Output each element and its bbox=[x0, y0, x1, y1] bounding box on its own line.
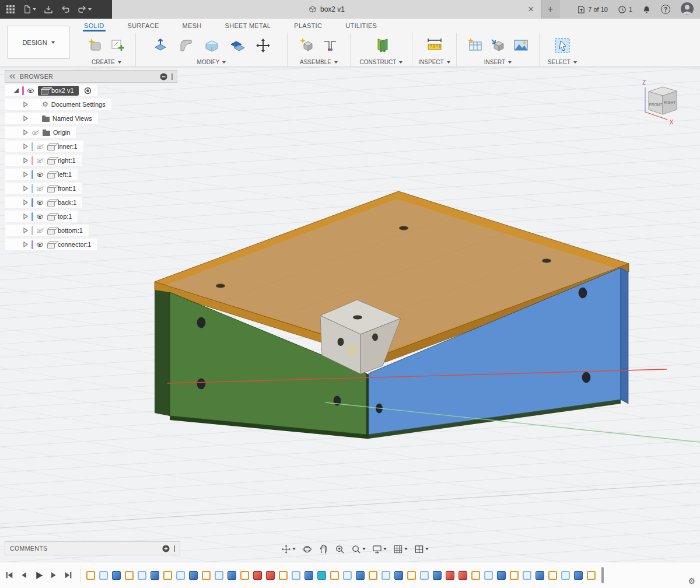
inspect-menu[interactable]: INSPECT bbox=[415, 58, 454, 65]
settings-gear-icon[interactable]: ⚙ bbox=[688, 576, 695, 586]
timeline-feature-sketch-icon[interactable] bbox=[369, 571, 377, 580]
timeline-feature-extrude-icon[interactable] bbox=[497, 571, 506, 580]
collapse-arrow-icon[interactable] bbox=[23, 200, 29, 205]
collapse-arrow-icon[interactable] bbox=[23, 172, 29, 177]
timeline-feature-extrude-icon[interactable] bbox=[304, 571, 313, 580]
document-tab[interactable]: box2 v1 × bbox=[112, 0, 542, 19]
tab-mesh[interactable]: MESH bbox=[181, 22, 203, 32]
model-left-panel-end[interactable] bbox=[155, 290, 170, 416]
create-sketch-icon[interactable] bbox=[109, 37, 127, 54]
comments-panel[interactable]: COMMENTS bbox=[5, 541, 180, 555]
timeline-feature-sketch-icon[interactable] bbox=[587, 571, 596, 580]
timeline-feature-component-icon[interactable] bbox=[266, 571, 275, 580]
timeline-feature-extrude-icon[interactable] bbox=[536, 571, 544, 580]
press-pull-icon[interactable] bbox=[152, 37, 169, 54]
timeline-feature-plane-icon[interactable] bbox=[561, 571, 570, 580]
timeline-feature-mesh-icon[interactable] bbox=[317, 571, 326, 580]
viewcube[interactable]: Z X FRONT RIGHT bbox=[631, 75, 695, 133]
browser-row-origin[interactable]: Origin bbox=[5, 126, 76, 139]
eye-hidden-icon[interactable] bbox=[36, 142, 44, 150]
modify-menu[interactable]: MODIFY bbox=[138, 58, 285, 65]
root-component-chip[interactable]: box2 v1 bbox=[38, 86, 79, 96]
bell-icon[interactable] bbox=[642, 5, 651, 14]
browser-row-front[interactable]: front:1 bbox=[5, 182, 82, 195]
eye-icon[interactable] bbox=[36, 170, 44, 178]
notifications[interactable]: 1 bbox=[618, 5, 632, 14]
close-tab-icon[interactable]: × bbox=[527, 4, 534, 13]
zoom-fit-tool[interactable] bbox=[335, 544, 345, 554]
fillet-icon[interactable] bbox=[177, 37, 195, 54]
save-button[interactable] bbox=[44, 5, 53, 14]
timeline-feature-sketch-icon[interactable] bbox=[202, 571, 211, 580]
design-workspace-menu[interactable]: DESIGN bbox=[7, 26, 70, 59]
job-status[interactable]: 7 of 10 bbox=[577, 5, 608, 14]
step-forward-button[interactable] bbox=[49, 570, 58, 580]
expand-arrow-icon[interactable] bbox=[13, 88, 19, 93]
add-comment-icon[interactable] bbox=[162, 545, 170, 552]
viewcube-right-label[interactable]: RIGHT bbox=[664, 100, 676, 104]
display-settings[interactable] bbox=[372, 544, 387, 554]
browser-row-document-settings[interactable]: ⚙ Document Settings bbox=[5, 98, 112, 111]
browser-row-left[interactable]: left:1 bbox=[5, 168, 78, 181]
timeline-feature-strip[interactable] bbox=[86, 571, 596, 580]
insert-mesh-icon[interactable] bbox=[489, 37, 507, 54]
tab-sheet-metal[interactable]: SHEET METAL bbox=[224, 22, 272, 32]
pan-tool[interactable] bbox=[281, 544, 296, 554]
combine-icon[interactable] bbox=[229, 37, 246, 54]
model-right-panel-end[interactable] bbox=[621, 268, 628, 404]
collapse-arrow-icon[interactable] bbox=[23, 158, 29, 163]
timeline-feature-component-icon[interactable] bbox=[459, 571, 467, 580]
collapse-arrow-icon[interactable] bbox=[23, 144, 29, 149]
insert-menu[interactable]: INSERT bbox=[459, 58, 537, 65]
collapse-arrow-icon[interactable] bbox=[23, 116, 29, 121]
move-copy-icon[interactable] bbox=[254, 37, 272, 54]
panel-minimize-icon[interactable] bbox=[160, 73, 167, 80]
assemble-menu[interactable]: ASSEMBLE bbox=[290, 58, 348, 65]
eye-icon[interactable] bbox=[36, 240, 44, 249]
file-menu-button[interactable] bbox=[23, 5, 36, 14]
browser-row-back[interactable]: back:1 bbox=[5, 196, 83, 209]
eye-icon[interactable] bbox=[36, 212, 44, 220]
undo-button[interactable] bbox=[61, 5, 70, 14]
grid-snap-settings[interactable] bbox=[393, 544, 408, 554]
timeline-feature-sketch-icon[interactable] bbox=[240, 571, 249, 580]
tab-plastic[interactable]: PLASTIC bbox=[293, 22, 323, 32]
timeline-feature-extrude-icon[interactable] bbox=[574, 571, 583, 580]
joint-icon[interactable] bbox=[321, 37, 339, 54]
eye-icon[interactable] bbox=[36, 198, 44, 206]
activate-component-icon[interactable] bbox=[84, 87, 92, 94]
browser-row-bottom[interactable]: bottom:1 bbox=[5, 224, 89, 237]
avatar[interactable] bbox=[680, 2, 694, 17]
orbit-tool[interactable] bbox=[302, 544, 312, 554]
timeline-feature-sketch-icon[interactable] bbox=[407, 571, 416, 580]
skip-to-start-button[interactable] bbox=[5, 570, 14, 580]
timeline-feature-sketch-icon[interactable] bbox=[471, 571, 480, 580]
collapse-panel-icon[interactable] bbox=[9, 74, 16, 79]
eye-hidden-icon[interactable] bbox=[36, 226, 44, 235]
timeline-feature-sketch-icon[interactable] bbox=[125, 571, 134, 580]
viewcube-front-label[interactable]: FRONT bbox=[649, 103, 662, 107]
timeline-feature-plane-icon[interactable] bbox=[523, 571, 531, 580]
new-component-icon[interactable] bbox=[299, 37, 316, 54]
help-button[interactable]: ? bbox=[661, 5, 670, 14]
construct-menu[interactable]: CONSTRUCT bbox=[353, 58, 410, 65]
measure-icon[interactable] bbox=[426, 37, 443, 54]
browser-row-connector[interactable]: connector:1 bbox=[5, 238, 97, 251]
eye-icon[interactable] bbox=[27, 86, 35, 94]
timeline-feature-extrude-icon[interactable] bbox=[150, 571, 159, 580]
browser-row-root[interactable]: box2 v1 bbox=[5, 84, 98, 97]
create-solid-icon[interactable] bbox=[86, 37, 104, 54]
timeline-feature-extrude-icon[interactable] bbox=[112, 571, 121, 580]
timeline-feature-extrude-icon[interactable] bbox=[433, 571, 442, 580]
timeline-feature-sketch-icon[interactable] bbox=[548, 571, 557, 580]
panel-resize-handle[interactable] bbox=[174, 545, 175, 552]
timeline-feature-plane-icon[interactable] bbox=[382, 571, 390, 580]
browser-row-right[interactable]: right:1 bbox=[5, 154, 82, 167]
tab-surface[interactable]: SURFACE bbox=[127, 22, 160, 32]
tab-solid[interactable]: SOLID bbox=[83, 22, 106, 32]
timeline-feature-extrude-icon[interactable] bbox=[228, 571, 236, 580]
timeline-scrollbar[interactable] bbox=[601, 567, 604, 583]
timeline-feature-sketch-icon[interactable] bbox=[279, 571, 288, 580]
viewports-settings[interactable] bbox=[414, 544, 429, 554]
timeline-feature-sketch-icon[interactable] bbox=[163, 571, 172, 580]
